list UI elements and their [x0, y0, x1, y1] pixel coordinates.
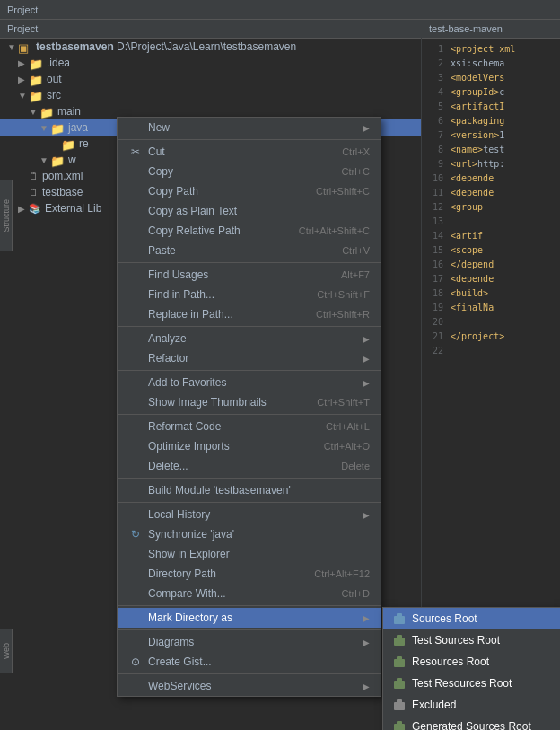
menu-item-build-module[interactable]: Build Module 'testbasemaven' — [118, 480, 381, 500]
tree-label: src — [47, 89, 61, 101]
svg-rect-2 — [394, 638, 405, 646]
expand-arrow: ▼ — [18, 91, 29, 101]
submenu-arrow: ▶ — [363, 613, 370, 623]
svg-rect-1 — [397, 613, 402, 617]
menu-item-webservices[interactable]: WebServices ▶ — [118, 676, 381, 696]
menu-label: Mark Directory as — [148, 611, 359, 624]
menu-label: Show in Explorer — [148, 548, 370, 560]
tree-label: w — [68, 154, 76, 166]
context-menu: New ▶ ✂ Cut Ctrl+X Copy Ctrl+C Copy Path… — [117, 117, 381, 697]
submenu-item-sources-root[interactable]: Sources Root — [383, 608, 560, 629]
menu-item-find-usages[interactable]: Find Usages Alt+F7 — [118, 265, 381, 285]
expand-arrow: ▶ — [18, 75, 29, 84]
menu-item-add-favorites[interactable]: Add to Favorites ▶ — [118, 373, 381, 392]
shortcut-label: Ctrl+Alt+O — [324, 441, 370, 452]
generated-sources-root-icon — [392, 720, 407, 730]
menu-item-new[interactable]: New ▶ — [118, 118, 381, 137]
menu-item-copy-path[interactable]: Copy Path Ctrl+Shift+C — [118, 181, 381, 201]
menu-label: Directory Path — [148, 567, 300, 580]
tree-item-src[interactable]: ▼ 📁 src — [0, 87, 421, 103]
menu-label: Paste — [148, 244, 328, 257]
menu-separator — [118, 326, 381, 327]
tree-item-idea[interactable]: ▶ 📁 .idea — [0, 55, 421, 71]
menu-label: New — [148, 121, 359, 134]
shortcut-label: Ctrl+Shift+T — [317, 397, 370, 408]
menu-label: Refactor — [148, 352, 359, 365]
submenu-item-generated-sources-root[interactable]: Generated Sources Root — [383, 716, 560, 730]
tree-item-out[interactable]: ▶ 📁 out — [0, 71, 421, 87]
menu-item-directory-path[interactable]: Directory Path Ctrl+Alt+F12 — [118, 564, 381, 584]
submenu-item-test-resources-root[interactable]: Test Resources Root — [383, 673, 560, 694]
menu-item-optimize-imports[interactable]: Optimize Imports Ctrl+Alt+O — [118, 436, 381, 456]
tree-label: out — [47, 73, 62, 85]
folder-icon: 📁 — [29, 74, 43, 84]
menu-item-find-in-path[interactable]: Find in Path... Ctrl+Shift+F — [118, 285, 381, 304]
menu-label: Optimize Imports — [148, 440, 310, 453]
menu-label: Show Image Thumbnails — [148, 396, 302, 409]
folder-icon: ▣ — [18, 41, 32, 52]
menu-separator — [118, 414, 381, 415]
tree-label: pom.xml — [42, 170, 83, 182]
code-line: 7 <version>1 — [422, 128, 560, 143]
tree-label: main — [57, 105, 81, 118]
menu-item-cut[interactable]: ✂ Cut Ctrl+X — [118, 142, 381, 162]
menu-item-show-thumbnails[interactable]: Show Image Thumbnails Ctrl+Shift+T — [118, 392, 381, 412]
web-tab[interactable]: Web — [0, 629, 13, 673]
svg-rect-7 — [397, 678, 402, 682]
libs-icon: 📚 — [29, 203, 41, 215]
shortcut-label: Ctrl+D — [342, 588, 370, 599]
svg-rect-0 — [394, 616, 405, 624]
menu-label: Compare With... — [148, 587, 328, 600]
code-line: 10 <depende — [422, 172, 560, 186]
menu-label: Find in Path... — [148, 288, 302, 301]
web-tab-label[interactable]: Web — [2, 643, 11, 659]
code-content: 1<project xml 2 xsi:schema 3 <modelVers … — [422, 39, 560, 362]
menu-item-local-history[interactable]: Local History ▶ — [118, 505, 381, 524]
shortcut-label: Ctrl+Alt+Shift+C — [299, 225, 370, 236]
menu-label: Replace in Path... — [148, 308, 302, 321]
menu-item-synchronize[interactable]: ↻ Synchronize 'java' — [118, 524, 381, 544]
code-line: 17 <depende — [422, 272, 560, 286]
submenu-item-test-sources-root[interactable]: Test Sources Root — [383, 629, 560, 651]
submenu-label: Excluded — [412, 699, 552, 711]
test-resources-root-icon — [392, 677, 407, 690]
menu-separator — [118, 139, 381, 140]
menu-separator — [118, 673, 381, 674]
code-line: 2 xsi:schema — [422, 57, 560, 71]
tree-item-project[interactable]: ▼ ▣ testbasemaven D:\Project\Java\Learn\… — [0, 39, 421, 55]
shortcut-label: Alt+F7 — [341, 269, 370, 280]
svg-rect-4 — [394, 659, 405, 667]
menu-item-copy[interactable]: Copy Ctrl+C — [118, 162, 381, 181]
submenu-arrow: ▶ — [363, 510, 370, 520]
code-line: 1<project xml — [422, 42, 560, 57]
structure-tab[interactable]: Structure — [0, 180, 13, 251]
menu-item-refactor[interactable]: Refactor ▶ — [118, 348, 381, 368]
menu-item-diagrams[interactable]: Diagrams ▶ — [118, 632, 381, 652]
code-line: 20 — [422, 315, 560, 330]
folder-icon: 📁 — [39, 106, 54, 117]
menu-label: Delete... — [148, 460, 327, 472]
svg-rect-9 — [397, 699, 402, 703]
submenu-item-excluded[interactable]: Excluded — [383, 694, 560, 716]
menu-label: Analyze — [148, 332, 359, 345]
menu-item-compare[interactable]: Compare With... Ctrl+D — [118, 584, 381, 603]
mark-directory-submenu: Sources Root Test Sources Root — [382, 607, 560, 730]
code-line: 6 <packaging — [422, 114, 560, 128]
submenu-item-resources-root[interactable]: Resources Root — [383, 651, 560, 673]
menu-item-create-gist[interactable]: ⊙ Create Gist... — [118, 652, 381, 672]
menu-item-copy-plain[interactable]: Copy as Plain Text — [118, 201, 381, 221]
project-title: Project — [7, 4, 38, 15]
menu-item-analyze[interactable]: Analyze ▶ — [118, 329, 381, 348]
menu-item-delete[interactable]: Delete... Delete — [118, 456, 381, 476]
code-line: 16 </depend — [422, 258, 560, 272]
menu-item-replace-in-path[interactable]: Replace in Path... Ctrl+Shift+R — [118, 304, 381, 324]
menu-item-reformat[interactable]: Reformat Code Ctrl+Alt+L — [118, 417, 381, 436]
menu-item-copy-relative[interactable]: Copy Relative Path Ctrl+Alt+Shift+C — [118, 221, 381, 241]
menu-separator — [118, 370, 381, 371]
folder-icon: 📁 — [61, 138, 75, 149]
menu-item-mark-directory[interactable]: Mark Directory as ▶ Sources Root — [118, 608, 381, 628]
menu-item-paste[interactable]: Paste Ctrl+V — [118, 241, 381, 260]
structure-tab-label[interactable]: Structure — [2, 199, 11, 233]
shortcut-label: Ctrl+X — [342, 146, 370, 157]
menu-item-show-explorer[interactable]: Show in Explorer — [118, 544, 381, 564]
